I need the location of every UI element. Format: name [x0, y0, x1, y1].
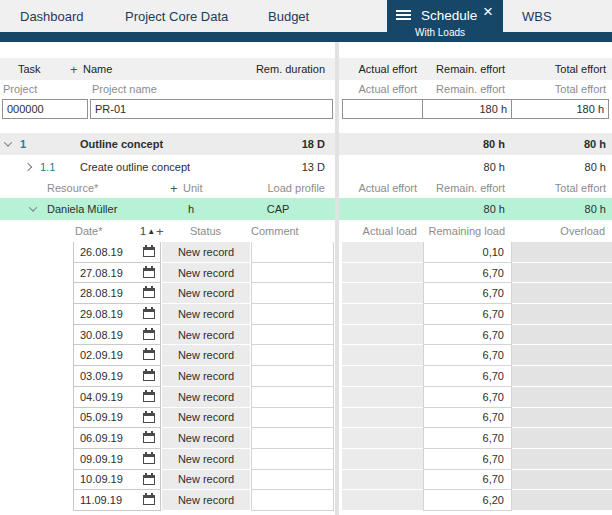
date-cell[interactable]: 09.09.19: [73, 449, 161, 470]
date-cell[interactable]: 29.08.19: [73, 304, 161, 325]
comment-cell[interactable]: [251, 263, 334, 284]
remaining-load-cell[interactable]: 6,70: [423, 428, 512, 449]
date-cell[interactable]: 03.09.19: [73, 366, 161, 387]
comment-cell[interactable]: [251, 449, 334, 470]
status-cell: New record: [162, 304, 250, 325]
calendar-picker-button[interactable]: [142, 328, 156, 341]
col-comment-label: Comment: [251, 220, 299, 242]
comment-cell[interactable]: [251, 345, 334, 366]
date-cell[interactable]: 11.09.19: [73, 490, 161, 511]
remaining-load-cell[interactable]: 6,70: [423, 387, 512, 408]
tab-bar: Dashboard Project Core Data Budget WBS: [0, 0, 612, 32]
resource-row-selected[interactable]: Daniela Müller h CAP 80 h 80 h: [0, 198, 612, 220]
calendar-icon: [143, 247, 155, 257]
comment-cell[interactable]: [251, 408, 334, 429]
load-table-header: Date* 1 ▲ + Status Comment Actual load R…: [0, 220, 612, 242]
date-cell[interactable]: 04.09.19: [73, 387, 161, 408]
pane-splitter[interactable]: [335, 42, 339, 515]
remaining-load-cell[interactable]: 6,70: [423, 345, 512, 366]
task-number-link[interactable]: 1: [20, 133, 26, 155]
tab-wbs[interactable]: WBS: [522, 0, 552, 32]
calendar-picker-button[interactable]: [142, 390, 156, 403]
date-cell[interactable]: 27.08.19: [73, 263, 161, 284]
expand-toggle[interactable]: [5, 133, 17, 155]
comment-cell[interactable]: [251, 283, 334, 304]
comment-cell[interactable]: [251, 325, 334, 346]
date-value: 30.08.19: [80, 329, 123, 341]
date-cell[interactable]: 05.09.19: [73, 408, 161, 429]
date-cell[interactable]: 10.09.19: [73, 470, 161, 491]
calendar-picker-button[interactable]: [142, 348, 156, 361]
col-unit-label: Unit: [183, 178, 203, 198]
calendar-picker-button[interactable]: [142, 473, 156, 486]
date-cell[interactable]: 28.08.19: [73, 283, 161, 304]
task-number-link[interactable]: 1.1: [40, 155, 55, 178]
comment-cell[interactable]: [251, 387, 334, 408]
calendar-picker-button[interactable]: [142, 245, 156, 258]
calendar-picker-button[interactable]: [142, 286, 156, 299]
calendar-picker-button[interactable]: [142, 411, 156, 424]
remaining-load-cell[interactable]: 6,70: [423, 304, 512, 325]
remaining-load-cell[interactable]: 0,10: [423, 242, 512, 263]
comment-cell[interactable]: [251, 428, 334, 449]
calendar-picker-button[interactable]: [142, 369, 156, 382]
remaining-load-cell[interactable]: 6,70: [423, 263, 512, 284]
resource-name[interactable]: Daniela Müller: [47, 198, 117, 220]
task-name[interactable]: Outline concept: [80, 133, 163, 155]
col-rem-duration-label: Rem. duration: [202, 58, 334, 80]
load-table-row: 27.08.19 New record 6,70: [0, 263, 612, 284]
tab-budget[interactable]: Budget: [268, 0, 309, 32]
expand-toggle[interactable]: [30, 198, 42, 220]
project-name-input[interactable]: PR-01: [90, 99, 333, 119]
tab-project-core-data[interactable]: Project Core Data: [125, 0, 228, 32]
calendar-picker-button[interactable]: [142, 431, 156, 444]
load-table-row: 06.09.19 New record 6,70: [0, 428, 612, 449]
project-total-effort-input[interactable]: 180 h: [511, 99, 609, 119]
remaining-load-cell[interactable]: 6,70: [423, 470, 512, 491]
comment-cell[interactable]: [251, 304, 334, 325]
remaining-load-cell[interactable]: 6,70: [423, 366, 512, 387]
project-actual-effort-input[interactable]: [342, 99, 424, 119]
calendar-picker-button[interactable]: [142, 307, 156, 320]
actual-load-cell: [342, 325, 423, 346]
actual-load-cell: [342, 263, 423, 284]
actual-load-cell: [342, 470, 423, 491]
task-name[interactable]: Create outline concept: [80, 155, 190, 178]
remaining-load-cell[interactable]: 6,20: [423, 490, 512, 511]
calendar-icon: [143, 350, 155, 360]
expand-toggle[interactable]: [25, 155, 37, 178]
project-id-input[interactable]: 000000: [2, 99, 88, 119]
comment-cell[interactable]: [251, 490, 334, 511]
actual-load-cell: [342, 428, 423, 449]
remaining-load-cell[interactable]: 6,70: [423, 449, 512, 470]
add-column-button[interactable]: +: [70, 58, 82, 80]
date-cell[interactable]: 26.08.19: [73, 242, 161, 263]
date-cell[interactable]: 30.08.19: [73, 325, 161, 346]
calendar-picker-button[interactable]: [142, 266, 156, 279]
close-icon[interactable]: ×: [480, 2, 496, 22]
add-column-button[interactable]: +: [170, 178, 182, 198]
remaining-load-cell[interactable]: 6,70: [423, 408, 512, 429]
subcol-project-label: Project: [3, 80, 37, 98]
subcol-actual-effort-label: Actual effort: [342, 80, 423, 98]
col-overload-label: Overload: [512, 220, 610, 242]
load-table-row: 10.09.19 New record 6,70: [0, 470, 612, 491]
actual-load-cell: [342, 242, 423, 263]
tab-dashboard[interactable]: Dashboard: [20, 0, 84, 32]
overload-cell: [512, 345, 612, 366]
comment-cell[interactable]: [251, 366, 334, 387]
status-cell: New record: [162, 408, 250, 429]
menu-icon[interactable]: [396, 10, 411, 21]
remaining-load-cell[interactable]: 6,70: [423, 283, 512, 304]
calendar-picker-button[interactable]: [142, 493, 156, 506]
calendar-picker-button[interactable]: [142, 452, 156, 465]
comment-cell[interactable]: [251, 470, 334, 491]
remaining-load-cell[interactable]: 6,70: [423, 325, 512, 346]
overload-cell: [512, 387, 612, 408]
project-remain-effort-input[interactable]: 180 h: [422, 99, 512, 119]
tab-schedule-active[interactable]: Schedule × With Loads: [387, 0, 503, 42]
comment-cell[interactable]: [251, 242, 334, 263]
date-value: 11.09.19: [80, 494, 122, 506]
date-cell[interactable]: 02.09.19: [73, 345, 161, 366]
date-cell[interactable]: 06.09.19: [73, 428, 161, 449]
